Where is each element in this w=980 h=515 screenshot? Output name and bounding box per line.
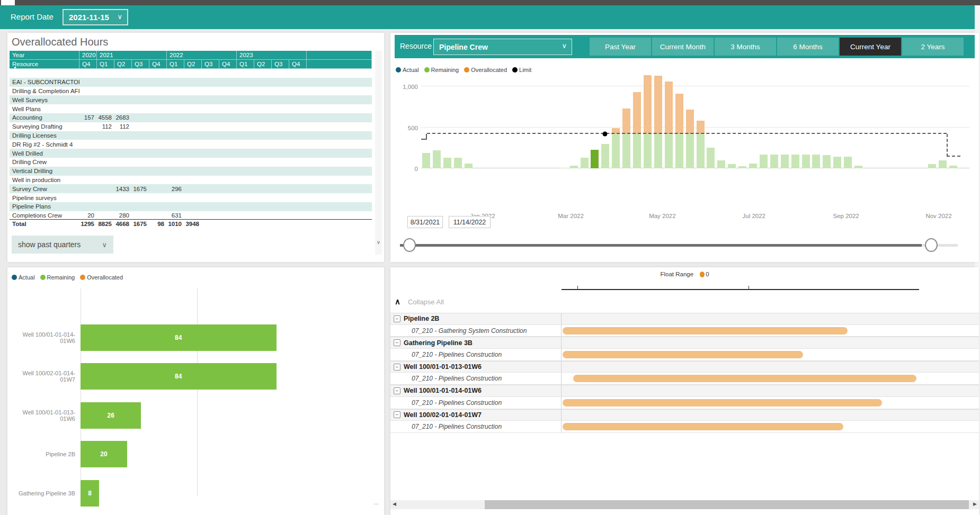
table-row[interactable] bbox=[10, 69, 372, 78]
table-row[interactable]: Drilling Licenses bbox=[10, 131, 372, 140]
chart-bar[interactable] bbox=[760, 155, 768, 168]
utilization-chart[interactable]: 05001,000Jan 2022Mar 2022May 2022Jul 202… bbox=[421, 74, 969, 168]
quarter-header-cell[interactable]: Q3 bbox=[202, 60, 219, 69]
scroll-right-icon[interactable]: ▶ bbox=[973, 501, 977, 507]
chart-bar[interactable] bbox=[665, 82, 673, 168]
gantt-row-task[interactable]: 07_210 - Pipelines Construction bbox=[390, 397, 979, 409]
matrix-vertical-scrollbar[interactable]: ∨ bbox=[375, 51, 382, 255]
chart-bar[interactable]: 20 bbox=[81, 441, 127, 467]
slider-active-track[interactable] bbox=[400, 244, 922, 247]
gantt-row-group[interactable]: −Well 100/01-01-014-01W6 bbox=[390, 385, 979, 397]
legend-item-remaining[interactable]: Remaining bbox=[424, 67, 459, 73]
table-row[interactable]: Surveying Drafting112112 bbox=[10, 122, 372, 131]
gantt-bar[interactable] bbox=[563, 351, 803, 358]
resource-header-cell[interactable]: Resource▲ bbox=[10, 60, 79, 69]
table-row[interactable]: Pipeline surveys bbox=[10, 193, 372, 202]
scroll-left-icon[interactable]: ◀ bbox=[393, 501, 396, 507]
chart-bar[interactable] bbox=[823, 155, 831, 168]
quarter-header-cell[interactable]: Q3 bbox=[132, 60, 149, 69]
chart-bar[interactable]: 8 bbox=[81, 480, 99, 507]
quarter-header-cell[interactable]: Q1 bbox=[237, 60, 254, 69]
chart-bar[interactable] bbox=[833, 157, 841, 168]
chart-bar[interactable] bbox=[949, 166, 957, 168]
chart-bar[interactable] bbox=[422, 153, 430, 168]
gantt-bar[interactable] bbox=[563, 327, 848, 335]
legend-item-actual[interactable]: Actual bbox=[12, 274, 35, 281]
range-start-date-input[interactable]: 8/31/2021 bbox=[407, 216, 443, 228]
table-row[interactable]: DR Rig #2 - Schmidt 4 bbox=[10, 140, 372, 149]
table-row[interactable]: Vertical Drilling bbox=[10, 167, 372, 176]
matrix-body[interactable]: EAI - SUBCONTRACTORSDrilling & Completio… bbox=[10, 69, 372, 219]
legend-item-overallocated[interactable]: Overallocated bbox=[80, 274, 123, 281]
chart-bar[interactable] bbox=[802, 155, 810, 168]
chart-bar[interactable]: 84 bbox=[81, 324, 277, 351]
collapse-minus-icon[interactable]: − bbox=[394, 315, 400, 322]
chart-bar[interactable] bbox=[770, 155, 778, 168]
report-date-dropdown[interactable]: 2021-11-15 ∨ bbox=[63, 9, 128, 25]
table-row[interactable]: Well Plans bbox=[10, 104, 372, 113]
gantt-bar[interactable] bbox=[563, 399, 882, 406]
slider-handle-end[interactable] bbox=[925, 238, 938, 252]
quarter-header-cell[interactable]: Q4 bbox=[79, 60, 97, 69]
gantt-row-task[interactable]: 07_210 - Pipelines Construction bbox=[390, 373, 979, 385]
chart-bar[interactable] bbox=[812, 155, 820, 168]
quarter-header-cell[interactable]: Q1 bbox=[97, 60, 114, 69]
chart-bar[interactable] bbox=[707, 148, 715, 168]
chart-bar[interactable] bbox=[697, 121, 705, 168]
quarter-header-cell[interactable]: Q4 bbox=[149, 60, 167, 69]
chart-bar[interactable] bbox=[622, 109, 630, 168]
table-row[interactable]: Survey Crew14331675296 bbox=[10, 184, 372, 193]
chart-bar[interactable] bbox=[675, 94, 683, 168]
chart-bar[interactable] bbox=[465, 164, 473, 168]
quarter-header-cell[interactable]: Q4 bbox=[289, 60, 307, 69]
gantt-row-task[interactable]: 07_210 - Gathering System Construction bbox=[390, 325, 979, 337]
legend-item-actual[interactable]: Actual bbox=[396, 67, 419, 73]
range-button-current-year[interactable]: Current Year bbox=[840, 38, 901, 56]
quarter-header-cell[interactable]: Q2 bbox=[184, 60, 202, 69]
chart-bar[interactable] bbox=[781, 155, 789, 168]
table-row[interactable]: Drilling Crew bbox=[10, 158, 372, 167]
range-end-date-input[interactable]: 11/14/2022 bbox=[449, 216, 491, 228]
collapse-minus-icon[interactable]: − bbox=[394, 387, 400, 394]
range-button-2-years[interactable]: 2 Years bbox=[902, 38, 964, 56]
gantt-horizontal-scrollbar[interactable]: ◀ ▶ bbox=[390, 500, 979, 509]
gantt-row-group[interactable]: −Well 100/02-01-014-01W7 bbox=[390, 409, 979, 421]
table-row[interactable]: Completions Crew20280631 bbox=[10, 211, 372, 219]
scrollbar-thumb[interactable] bbox=[485, 500, 969, 509]
chart-bar[interactable] bbox=[749, 164, 757, 168]
chart-bar[interactable]: 84 bbox=[81, 363, 277, 390]
chart-bar[interactable] bbox=[454, 158, 462, 168]
chart-bar[interactable] bbox=[791, 155, 799, 168]
table-row[interactable]: Drilling & Completion AFE bbox=[10, 87, 372, 96]
chart-bar[interactable] bbox=[717, 160, 725, 168]
gantt-row-group[interactable]: −Gathering Pipeline 3B bbox=[390, 337, 979, 349]
collapse-all-button[interactable]: ∧ Collapse All bbox=[395, 297, 444, 306]
scroll-down-icon[interactable]: ∨ bbox=[375, 239, 382, 245]
range-button-past-year[interactable]: Past Year bbox=[590, 38, 651, 56]
range-button-current-month[interactable]: Current Month bbox=[652, 38, 714, 56]
gantt-row-group[interactable]: −Well 100/01-01-013-01W6 bbox=[390, 361, 979, 373]
quarter-header-cell[interactable]: Q1 bbox=[167, 60, 184, 69]
chart-bar[interactable] bbox=[686, 110, 694, 168]
chart-bar[interactable] bbox=[433, 150, 441, 168]
date-range-slider[interactable] bbox=[400, 238, 958, 252]
table-row[interactable]: Well Surveys bbox=[10, 95, 372, 104]
chart-bar[interactable] bbox=[939, 160, 947, 168]
gantt-bar[interactable] bbox=[573, 375, 916, 382]
table-row[interactable]: Pipeline Plans bbox=[10, 202, 372, 211]
table-row[interactable]: Well Drilled bbox=[10, 149, 372, 158]
limit-dot-marker[interactable] bbox=[602, 132, 607, 137]
chart-bar[interactable] bbox=[644, 75, 652, 168]
gantt-row-group[interactable]: −Pipeline 2B bbox=[390, 313, 979, 325]
collapse-minus-icon[interactable]: − bbox=[394, 364, 400, 371]
gantt-row-task[interactable]: 07_210 - Pipelines Construction bbox=[390, 349, 979, 361]
range-button-6-months[interactable]: 6 Months bbox=[777, 38, 839, 56]
range-button-3-months[interactable]: 3 Months bbox=[715, 38, 776, 56]
quarter-header-cell[interactable]: Q4 bbox=[219, 60, 237, 69]
collapse-minus-icon[interactable]: − bbox=[394, 411, 400, 418]
chart-bar[interactable] bbox=[443, 158, 451, 168]
chart-bar[interactable] bbox=[928, 164, 936, 168]
year-group-cell[interactable]: 2020 bbox=[79, 51, 97, 60]
chart-bar[interactable] bbox=[854, 166, 862, 168]
chart-bar[interactable] bbox=[559, 168, 567, 168]
